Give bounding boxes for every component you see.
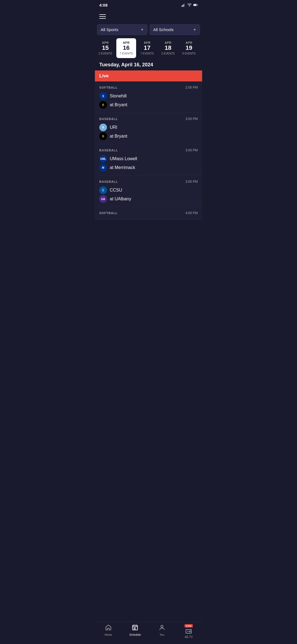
hamburger-menu-button[interactable] xyxy=(99,12,108,21)
svg-point-4 xyxy=(189,6,190,7)
schools-dropdown[interactable]: All Schools ▼ xyxy=(150,24,200,35)
game-meta-5: SOFTBALL 4:00 PM xyxy=(99,211,198,215)
cal-day-apr18[interactable]: APR 18 2 EVENTS xyxy=(158,38,178,58)
calendar-view-button[interactable]: Calendar xyxy=(199,38,202,58)
game-sport-1: SOFTBALL xyxy=(99,86,118,89)
game-time-4: 3:00 PM xyxy=(185,180,198,184)
team-name-at-bryant-2: at Bryant xyxy=(110,134,127,139)
team-logo-ccsu: C xyxy=(99,186,107,194)
signal-icon xyxy=(181,3,186,7)
cal-month-apr17: APR xyxy=(139,41,155,44)
game-card-baseball-uri-bryant[interactable]: BASEBALL 3:00 PM R URI B at Bryant xyxy=(95,113,202,144)
cal-events-apr17: 7 EVENTS xyxy=(139,52,155,55)
game-meta-1: SOFTBALL 2:00 PM xyxy=(99,86,198,89)
team-logo-merrimack: M xyxy=(99,164,107,171)
svg-rect-7 xyxy=(197,4,198,5)
game-time-1: 2:00 PM xyxy=(185,86,198,89)
team-row-bryant-1: B at Bryant xyxy=(99,101,198,109)
team-name-umasslowell: UMass Lowell xyxy=(110,156,137,161)
game-card-softball-stonehill-bryant[interactable]: SOFTBALL 2:00 PM S Stonehill B at Bryant xyxy=(95,82,202,113)
sports-dropdown[interactable]: All Sports ▼ xyxy=(97,24,147,35)
team-name-at-ualbany: at UAlbany xyxy=(110,197,131,201)
game-time-2: 3:00 PM xyxy=(185,117,198,121)
cal-events-apr15: 2 EVENTS xyxy=(98,52,113,55)
status-bar: 4:08 xyxy=(95,0,202,10)
cal-events-apr19: 9 EVENTS xyxy=(181,52,197,55)
cal-date-apr18: 18 xyxy=(160,44,176,51)
team-row-uri: R URI xyxy=(99,124,198,131)
team-name-at-merrimack: at Merrimack xyxy=(110,165,135,170)
hamburger-line-2 xyxy=(99,16,106,17)
game-sport-2: BASEBALL xyxy=(99,117,118,121)
cal-date-apr17: 17 xyxy=(139,44,155,51)
team-row-ccsu: C CCSU xyxy=(99,186,198,194)
team-name-uri: URI xyxy=(110,125,117,130)
hamburger-line-1 xyxy=(99,14,106,15)
cal-month-apr19: APR xyxy=(181,41,197,44)
live-banner: Live xyxy=(95,70,202,81)
team-row-stonehill: S Stonehill xyxy=(99,92,198,100)
sports-dropdown-arrow: ▼ xyxy=(141,28,144,32)
date-heading: Tuesday, April 16, 2024 xyxy=(95,58,202,70)
team-row-bryant-2: B at Bryant xyxy=(99,132,198,140)
team-row-umasslowell: UML UMass Lowell xyxy=(99,155,198,163)
team-logo-uri: R xyxy=(99,124,107,131)
game-meta-3: BASEBALL 3:00 PM xyxy=(99,148,198,152)
game-card-softball-partial[interactable]: SOFTBALL 4:00 PM xyxy=(95,207,202,220)
team-row-merrimack: M at Merrimack xyxy=(99,164,198,171)
team-row-ualbany: UA at UAlbany xyxy=(99,195,198,203)
cal-day-apr19[interactable]: APR 19 9 EVENTS xyxy=(179,38,199,58)
calendar-strip: APR 15 2 EVENTS APR 16 7 EVENTS APR 17 7… xyxy=(95,37,202,58)
team-name-stonehill: Stonehill xyxy=(110,94,127,99)
svg-rect-3 xyxy=(184,4,185,7)
cal-month-apr18: APR xyxy=(160,41,176,44)
cal-events-apr18: 2 EVENTS xyxy=(160,52,176,55)
svg-rect-0 xyxy=(182,6,182,7)
cal-month-apr15: APR xyxy=(98,41,113,44)
schools-dropdown-label: All Schools xyxy=(153,27,174,32)
game-sport-5: SOFTBALL xyxy=(99,211,118,215)
cal-month-apr16: APR xyxy=(119,41,134,44)
game-teams-1: S Stonehill B at Bryant xyxy=(99,92,198,109)
dropdowns-row: All Sports ▼ All Schools ▼ xyxy=(95,24,202,37)
game-teams-2: R URI B at Bryant xyxy=(99,124,198,140)
team-logo-bryant-2: B xyxy=(99,132,107,140)
game-teams-4: C CCSU UA at UAlbany xyxy=(99,186,198,203)
hamburger-line-3 xyxy=(99,18,106,19)
header xyxy=(95,10,202,24)
status-icons xyxy=(181,3,198,7)
team-logo-umasslowell: UML xyxy=(99,155,107,163)
team-logo-stonehill: S xyxy=(99,92,107,100)
game-teams-3: UML UMass Lowell M at Merrimack xyxy=(99,155,198,171)
team-logo-bryant-1: B xyxy=(99,101,107,109)
game-time-5: 4:00 PM xyxy=(185,211,198,215)
status-time: 4:08 xyxy=(99,3,108,7)
sports-dropdown-label: All Sports xyxy=(101,27,118,32)
game-meta-4: BASEBALL 3:00 PM xyxy=(99,180,198,184)
schools-dropdown-arrow: ▼ xyxy=(193,28,196,32)
cal-date-apr15: 15 xyxy=(98,44,113,51)
game-card-baseball-ccsu-ualbany[interactable]: BASEBALL 3:00 PM C CCSU UA at UAlbany xyxy=(95,176,202,207)
game-card-baseball-umasslowell-merrimack[interactable]: BASEBALL 3:00 PM UML UMass Lowell M at M… xyxy=(95,144,202,176)
cal-day-apr16[interactable]: APR 16 7 EVENTS xyxy=(116,38,136,58)
svg-rect-6 xyxy=(194,4,196,6)
cal-day-apr15[interactable]: APR 15 2 EVENTS xyxy=(95,38,115,58)
game-meta-2: BASEBALL 3:00 PM xyxy=(99,117,198,121)
team-logo-ualbany: UA xyxy=(99,195,107,203)
live-label: Live xyxy=(99,73,109,78)
team-name-at-bryant-1: at Bryant xyxy=(110,102,127,107)
svg-rect-2 xyxy=(183,4,184,7)
game-time-3: 3:00 PM xyxy=(185,148,198,152)
content-area: Tuesday, April 16, 2024 Live SOFTBALL 2:… xyxy=(95,58,202,242)
game-sport-3: BASEBALL xyxy=(99,149,118,152)
wifi-icon xyxy=(187,3,192,7)
team-name-ccsu: CCSU xyxy=(110,188,122,193)
cal-day-apr17[interactable]: APR 17 7 EVENTS xyxy=(137,38,157,58)
game-sport-4: BASEBALL xyxy=(99,180,118,183)
cal-date-apr19: 19 xyxy=(181,44,197,51)
cal-events-apr16: 7 EVENTS xyxy=(119,52,134,55)
svg-rect-1 xyxy=(182,5,183,7)
cal-date-apr16: 16 xyxy=(119,44,134,51)
battery-icon xyxy=(193,3,198,7)
